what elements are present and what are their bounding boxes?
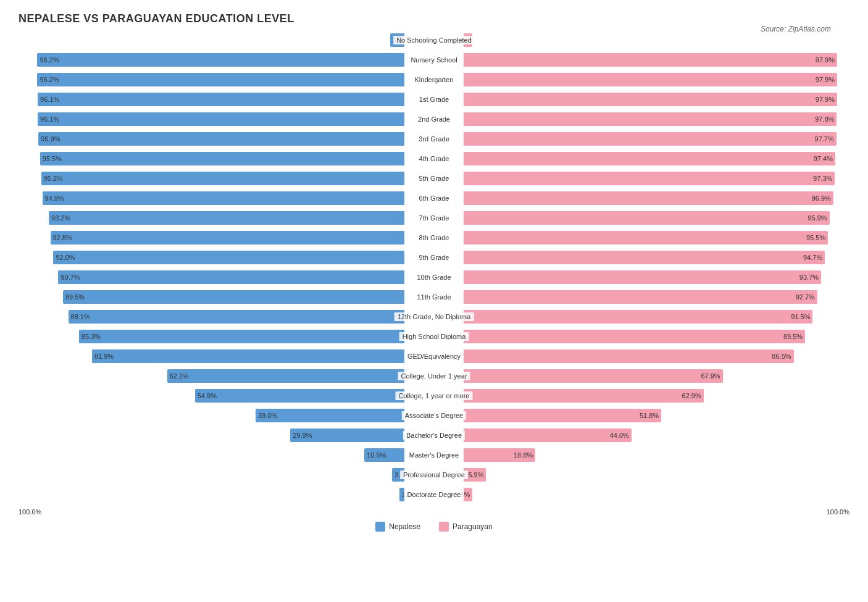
row-label: High School Diploma — [399, 332, 469, 341]
row-label: 7th Grade — [416, 214, 453, 222]
left-value: 10.5% — [367, 451, 386, 459]
right-value: 94.7% — [803, 254, 822, 261]
left-bar: 88.1% — [69, 310, 404, 324]
right-bar: 91.5% — [464, 310, 812, 324]
right-bar: 67.9% — [464, 369, 723, 383]
left-value: 54.9% — [198, 392, 217, 399]
chart-row: 95.5%97.4%4th Grade — [19, 150, 849, 167]
left-bar: 92.0% — [53, 251, 404, 264]
left-value: 92.0% — [56, 254, 75, 261]
right-value: 97.9% — [816, 56, 835, 64]
left-value: 96.1% — [40, 115, 59, 123]
left-bar: 54.9% — [195, 389, 404, 403]
row-label: 3rd Grade — [415, 135, 453, 143]
right-value: 67.9% — [701, 372, 720, 380]
left-bar: 96.2% — [37, 53, 404, 67]
legend-nepalese: Nepalese — [375, 522, 420, 532]
row-label: Doctorate Degree — [404, 490, 464, 499]
chart-row: 96.2%97.9%Kindergarten — [19, 71, 849, 88]
chart-row: 89.5%92.7%11th Grade — [19, 288, 849, 306]
chart-row: 3.2%5.9%Professional Degree — [19, 466, 849, 483]
left-bar: 90.7% — [58, 270, 404, 284]
right-bar: 97.4% — [464, 152, 835, 165]
chart-row: 96.2%97.9%Nursery School — [19, 51, 849, 69]
chart-row: 94.9%96.9%6th Grade — [19, 190, 849, 207]
legend-paraguayan-label: Paraguayan — [453, 522, 493, 531]
left-value: 96.2% — [40, 56, 59, 64]
right-bar: 95.5% — [464, 231, 828, 245]
row-label: Nursery School — [407, 56, 460, 64]
row-label: 4th Grade — [416, 154, 453, 163]
left-bar: 92.8% — [51, 231, 405, 245]
right-value: 18.8% — [514, 451, 533, 459]
left-value: 90.7% — [61, 274, 80, 281]
left-value: 88.1% — [71, 313, 90, 320]
right-value: 97.3% — [813, 175, 832, 182]
right-value: 51.8% — [640, 412, 659, 419]
chart-row: 29.9%44.0%Bachelor's Degree — [19, 427, 849, 444]
chart-row: 96.1%97.8%2nd Grade — [19, 111, 849, 128]
row-label: Associate's Degree — [402, 411, 466, 420]
chart-row: 88.1%91.5%12th Grade, No Diploma — [19, 308, 849, 325]
right-value: 93.7% — [799, 274, 819, 281]
left-value: 85.3% — [81, 333, 101, 340]
row-label: Professional Degree — [400, 470, 468, 479]
left-bar: 10.5% — [364, 448, 404, 462]
right-bar: 97.7% — [464, 132, 837, 146]
left-bar: 95.9% — [38, 132, 404, 146]
chart-row: 3.8%2.2%No Schooling Completed — [19, 31, 849, 49]
chart-row: 92.8%95.5%8th Grade — [19, 229, 849, 246]
left-bar: 29.9% — [290, 429, 404, 442]
row-label: 6th Grade — [416, 194, 453, 203]
left-value: 62.2% — [170, 372, 189, 380]
left-value: 96.1% — [40, 96, 59, 103]
chart-row: 96.1%97.9%1st Grade — [19, 91, 849, 108]
left-value: 29.9% — [293, 432, 312, 439]
row-label: 10th Grade — [414, 273, 454, 282]
right-value: 5.9% — [468, 471, 483, 479]
right-value: 96.9% — [812, 194, 831, 202]
chart-row: 85.3%89.5%High School Diploma — [19, 328, 849, 345]
left-value: 89.5% — [65, 293, 85, 301]
right-bar: 44.0% — [464, 429, 632, 442]
row-label: Kindergarten — [412, 75, 457, 84]
left-bar: 96.1% — [38, 112, 404, 126]
chart-title: NEPALESE VS PARAGUAYAN EDUCATION LEVEL — [19, 12, 849, 25]
chart-row: 81.9%86.5%GED/Equivalency — [19, 348, 849, 365]
legend-nepalese-color — [375, 522, 385, 532]
left-value: 95.5% — [43, 155, 62, 162]
right-value: 97.8% — [815, 115, 834, 123]
row-label: 12th Grade, No Diploma — [394, 312, 474, 321]
row-label: No Schooling Completed — [393, 36, 475, 44]
right-bar: 2.3% — [464, 488, 472, 501]
legend-paraguayan-color — [439, 522, 449, 532]
row-label: Master's Degree — [406, 451, 462, 459]
left-bar: 85.3% — [79, 330, 404, 343]
row-label: GED/Equivalency — [404, 352, 464, 361]
left-bar: 62.2% — [167, 369, 404, 383]
row-label: College, 1 year or more — [396, 391, 473, 400]
row-label: 1st Grade — [416, 95, 452, 104]
right-bar: 18.8% — [464, 448, 535, 462]
right-value: 97.4% — [814, 155, 833, 162]
axis-left: 100.0% — [19, 508, 41, 516]
right-bar: 89.5% — [464, 330, 805, 343]
right-bar: 51.8% — [464, 409, 661, 422]
chart-row: 39.0%51.8%Associate's Degree — [19, 407, 849, 424]
chart-row: 93.2%95.9%7th Grade — [19, 209, 849, 227]
left-bar: 89.5% — [63, 290, 404, 304]
left-bar: 96.1% — [38, 93, 404, 106]
row-label: Bachelor's Degree — [403, 431, 465, 440]
left-value: 94.9% — [45, 194, 64, 202]
right-bar: 86.5% — [464, 349, 794, 363]
chart-row: 1.3%2.3%Doctorate Degree — [19, 486, 849, 503]
right-bar: 97.9% — [464, 73, 837, 86]
row-label: 2nd Grade — [415, 115, 453, 123]
left-value: 95.2% — [44, 175, 63, 182]
legend: Nepalese Paraguayan — [19, 522, 849, 532]
right-bar: 97.9% — [464, 93, 837, 106]
left-bar: 93.2% — [49, 211, 404, 225]
right-bar: 93.7% — [464, 270, 821, 284]
right-value: 62.9% — [682, 392, 701, 399]
left-bar: 96.2% — [37, 73, 404, 86]
